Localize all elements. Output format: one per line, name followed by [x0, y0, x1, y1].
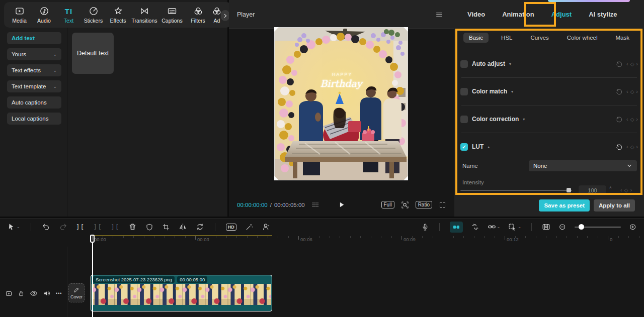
mute-icon[interactable] — [43, 289, 51, 297]
sidebar-item-text-template[interactable]: Text template⌄ — [7, 80, 61, 92]
subtab-hsl[interactable]: HSL — [496, 33, 518, 43]
timeline-clip[interactable]: Screenshot 2025-07-23 223628.png 00:00:0… — [91, 275, 272, 311]
reset-icon[interactable] — [615, 88, 623, 95]
sidebar-item-add-text[interactable]: Add text — [7, 32, 61, 44]
hd-badge[interactable]: HD — [226, 224, 236, 231]
color-match-row: Color match ▾ ‹◇› — [460, 86, 638, 96]
frame-grid-icon[interactable] — [311, 200, 319, 209]
magic-wand-icon[interactable] — [245, 223, 254, 231]
color-correction-checkbox[interactable] — [460, 116, 468, 123]
chevron-down-icon[interactable]: ▾ — [509, 62, 511, 66]
apply-to-all-button[interactable]: Apply to all — [594, 199, 635, 212]
slider-handle[interactable] — [567, 188, 571, 192]
subtab-mask[interactable]: Mask — [610, 33, 634, 43]
color-match-checkbox[interactable] — [460, 88, 468, 95]
chevron-down-icon[interactable]: ▾ — [523, 117, 525, 122]
split-right-button[interactable]: ][ — [111, 223, 120, 231]
preview-quality-icon[interactable] — [401, 201, 409, 209]
sidebar-item-auto-captions[interactable]: Auto captions — [7, 96, 61, 109]
tab-animation[interactable]: Animation — [502, 11, 534, 18]
tab-ai-stylize[interactable]: AI stylize — [589, 11, 617, 18]
link-button[interactable]: ⌄ — [488, 223, 501, 231]
timeline-ruler[interactable]: 00:0000:0300:0600:0900:120 — [0, 235, 644, 247]
replace-button[interactable] — [196, 223, 204, 231]
lock-icon[interactable] — [18, 290, 25, 297]
retouch-icon[interactable] — [262, 223, 271, 231]
ratio-button[interactable]: Ratio — [416, 201, 432, 208]
subtab-basic[interactable]: Basic — [463, 33, 489, 43]
divider — [31, 223, 31, 231]
intensity-value[interactable]: 100 — [579, 185, 606, 195]
delete-button[interactable] — [128, 223, 137, 231]
lut-name-select[interactable]: None — [529, 160, 637, 171]
subtab-curves[interactable]: Curves — [525, 33, 554, 43]
intensity-stepper[interactable]: ˄ — [609, 185, 612, 190]
select-tool[interactable]: ⌄ — [7, 223, 20, 231]
zoom-out-button[interactable] — [558, 223, 567, 231]
play-button[interactable] — [338, 201, 346, 208]
mask-icon[interactable] — [145, 223, 153, 231]
keyframe-controls[interactable]: ‹◇› — [626, 116, 638, 122]
reset-icon[interactable] — [615, 143, 623, 151]
split-button[interactable]: ][ — [76, 223, 85, 231]
selection-handle[interactable] — [404, 176, 408, 180]
ai-button-edge — [548, 0, 630, 2]
record-voiceover-button[interactable] — [421, 223, 429, 231]
selection-handle[interactable] — [274, 27, 279, 32]
timeline-zoom-slider[interactable] — [575, 227, 621, 228]
track-controls: ••• — [5, 289, 65, 297]
toolbar-item-filters[interactable]: Filters — [186, 6, 210, 24]
chevron-down-icon[interactable]: ▾ — [511, 89, 513, 94]
toolbar-item-stickers[interactable]: Stickers — [81, 6, 106, 24]
toolbar-scroll-right-button[interactable] — [221, 10, 229, 21]
keyframe-controls[interactable]: ‹◇› — [626, 88, 638, 94]
toolbar-item-audio[interactable]: Audio — [32, 6, 56, 24]
toolbar-item-effects[interactable]: Effects — [106, 6, 130, 24]
undo-button[interactable] — [42, 223, 50, 231]
save-as-preset-button[interactable]: Save as preset — [539, 199, 590, 212]
more-options-icon[interactable]: ••• — [56, 291, 62, 296]
tab-video[interactable]: Video — [467, 11, 485, 18]
toolbar-item-text[interactable]: TI Text — [56, 6, 81, 24]
sidebar-item-local-captions[interactable]: Local captions — [7, 113, 61, 125]
adjust-footer: Save as preset Apply to all — [454, 194, 644, 217]
crop-button[interactable] — [162, 223, 170, 231]
preview-frame-button[interactable] — [542, 223, 550, 231]
full-button[interactable]: Full — [381, 201, 394, 208]
toolbar-item-transitions[interactable]: Transitions — [130, 6, 158, 24]
slider-handle[interactable] — [579, 224, 584, 230]
toolbar-item-captions[interactable]: Captions — [158, 6, 186, 24]
select-mode-button[interactable]: ⌄ — [508, 223, 521, 231]
adjustment-icon — [212, 6, 222, 16]
auto-snap-toggle[interactable] — [450, 222, 463, 233]
zoom-in-button[interactable] — [629, 223, 637, 231]
default-text-card[interactable]: Default text — [72, 33, 114, 74]
sidebar-item-yours[interactable]: Yours⌄ — [7, 48, 61, 60]
auto-adjust-checkbox[interactable] — [460, 60, 468, 68]
unlink-button[interactable] — [471, 223, 479, 231]
main-track-icon[interactable] — [5, 290, 13, 297]
intensity-slider[interactable] — [460, 190, 572, 191]
toolbar-item-media[interactable]: Media — [7, 6, 32, 24]
reset-icon[interactable] — [615, 60, 623, 68]
keyframe-controls[interactable]: ‹◇› — [626, 61, 638, 67]
reset-icon[interactable] — [615, 116, 623, 123]
mirror-button[interactable] — [179, 223, 187, 231]
menu-icon[interactable] — [435, 11, 443, 19]
time-display: 00:00:00:00 / 00:00:05:00 — [237, 202, 305, 208]
video-preview[interactable]: HAPPY HAPPY Birthday Birthday — [275, 28, 408, 180]
lut-checkbox[interactable]: ✓ — [460, 143, 468, 151]
eye-icon[interactable] — [30, 289, 38, 297]
redo-button[interactable] — [59, 223, 67, 231]
selection-handle[interactable] — [274, 176, 279, 180]
sidebar-item-text-effects[interactable]: Text effects⌄ — [7, 64, 61, 76]
keyframe-controls[interactable]: ‹◇› — [620, 187, 632, 193]
fullscreen-icon[interactable] — [439, 201, 446, 208]
split-left-button[interactable]: ][ — [93, 223, 102, 231]
selection-handle[interactable] — [404, 27, 408, 32]
cover-button[interactable]: Cover — [68, 283, 85, 302]
subtab-color-wheel[interactable]: Color wheel — [561, 33, 603, 43]
keyframe-controls[interactable]: ‹◇› — [626, 144, 638, 150]
tab-adjust[interactable]: Adjust — [551, 11, 572, 18]
chevron-up-icon[interactable]: ▴ — [488, 145, 490, 149]
